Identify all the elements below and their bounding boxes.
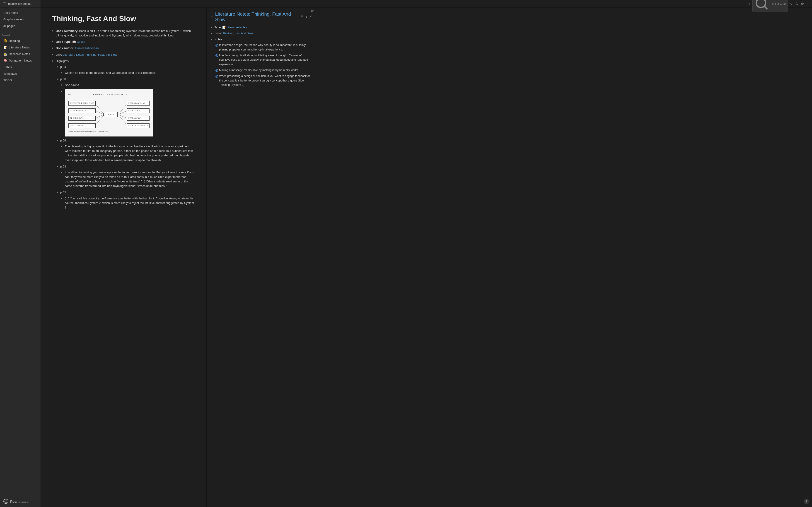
shortcut-permanent-notes[interactable]: 🧠Permanent Notes (0, 57, 41, 64)
shortcut-templates[interactable]: Templates (0, 70, 41, 77)
link-author[interactable]: Daniel Kahneman (75, 46, 99, 50)
filter-icon[interactable] (790, 2, 793, 5)
note-item[interactable]: Making a message memorable by making it … (214, 68, 312, 72)
collapse-toggle-icon[interactable]: − (211, 15, 213, 19)
link-books[interactable]: Books (77, 40, 85, 44)
star-icon[interactable] (801, 2, 804, 5)
svg-line-14 (119, 115, 126, 118)
brand-footer[interactable]: RoamRESEARCH (0, 496, 41, 507)
link-book-page[interactable]: Thinking, Fast And Slow (222, 32, 253, 35)
workspace-name[interactable]: roam@xavierbert... (8, 2, 32, 5)
block-author[interactable]: Book Author: Daniel Kahneman (52, 46, 195, 51)
reference-count: 1 (306, 15, 307, 18)
block-p56[interactable]: p 56 The cleansing is highly specific to… (56, 138, 195, 163)
block-summary[interactable]: Book Summary: Book is built up around tw… (52, 29, 195, 38)
menu-icon[interactable] (3, 2, 6, 5)
svg-line-8 (96, 105, 104, 114)
memo-icon: 📝 (222, 26, 226, 29)
starred-section-label: Starred (0, 31, 41, 38)
emoji-scientist-icon: 🧑‍🔬 (3, 52, 7, 56)
emoji-memo-icon: 📝 (3, 46, 7, 49)
right-block-notes[interactable]: Notes In interface design, the reason wh… (211, 37, 312, 88)
page-title[interactable]: Thinking, Fast And Slow (52, 14, 195, 23)
block-p63[interactable]: p 63 In addition to making your message … (56, 164, 195, 188)
right-block-type[interactable]: Type: 📝 Literature Notes (211, 25, 312, 30)
block-highlights[interactable]: Highlights p 24 we can be blind to the o… (52, 59, 195, 210)
topbar (41, 0, 812, 8)
more-icon[interactable] (806, 2, 809, 5)
sync-status-icon (749, 3, 750, 5)
svg-point-6 (807, 3, 808, 4)
block-type[interactable]: Book Type: 📖 Books (52, 40, 195, 44)
svg-line-9 (96, 111, 104, 114)
filter-icon[interactable] (301, 15, 303, 18)
block-p65[interactable]: p 65 (...) You read this correctly: perf… (56, 190, 195, 210)
emoji-nerd-icon: 🤓 (3, 39, 7, 43)
book-icon: 📖 (72, 40, 76, 44)
block-graph-image[interactable]: 60THINKING, FAST AND SLOW REPEATED EXPER… (60, 89, 195, 136)
right-sidebar: − Literature Notes: Thinking, Fast And S… (206, 8, 316, 507)
roam-logo-icon (3, 499, 8, 504)
svg-point-5 (806, 3, 807, 4)
block-p24[interactable]: p 24 we can be blind to the obvious, and… (56, 65, 195, 75)
left-sidebar: roam@xavierbert... Daily notes Graph ove… (0, 0, 41, 507)
shortcut-habits[interactable]: Habits (0, 64, 41, 70)
block-see-graph[interactable]: See Graph (60, 83, 195, 88)
main-page[interactable]: Thinking, Fast And Slow Book Summary: Bo… (41, 8, 206, 507)
block-p63-text[interactable]: In addition to making your message simpl… (60, 170, 195, 188)
block-p56-text[interactable]: The cleansing is highly specific to the … (60, 144, 195, 163)
link-litnotes[interactable]: Literature Notes: Thinking, Fast And Slo… (63, 53, 117, 56)
svg-line-15 (119, 115, 126, 124)
link-literature-notes[interactable]: Literature Notes (227, 26, 247, 29)
svg-line-10 (96, 115, 104, 118)
right-page-title[interactable]: Literature Notes: Thinking, Fast And Slo… (215, 11, 299, 22)
svg-line-13 (119, 111, 126, 114)
shortcut-literature-notes[interactable]: 📝Literature Notes (0, 44, 41, 51)
note-item[interactable]: In interface design, the reason why beau… (214, 43, 312, 52)
svg-point-0 (756, 0, 766, 7)
shortcut-reading[interactable]: 🤓Reading (0, 38, 41, 44)
nav-daily-notes[interactable]: Daily notes (0, 9, 41, 16)
block-p24-text[interactable]: we can be blind to the obvious, and we a… (60, 71, 195, 75)
svg-line-11 (96, 115, 104, 124)
graph-fork-icon[interactable] (795, 2, 798, 5)
close-icon[interactable] (309, 15, 312, 18)
note-item[interactable]: Interface design is all about facilitati… (214, 53, 312, 66)
emoji-brain-icon: 🧠 (3, 59, 7, 62)
help-button[interactable]: ? (804, 499, 809, 504)
note-item[interactable]: When presenting a design or solution, if… (214, 74, 312, 87)
nav-all-pages[interactable]: all pages (0, 23, 41, 29)
shortcut-research-notes[interactable]: 🧑‍🔬Research Notes (0, 51, 41, 57)
svg-point-7 (808, 3, 809, 4)
nav-graph-overview[interactable]: Graph overview (0, 16, 41, 23)
block-link[interactable]: Link: Literature Notes: Thinking, Fast A… (52, 53, 195, 57)
block-p60[interactable]: p 60 See Graph 60THINKING, FAST AND SLOW (56, 77, 195, 136)
collapse-sidebar-icon[interactable] (311, 9, 314, 13)
svg-point-2 (797, 2, 797, 3)
svg-line-12 (119, 105, 126, 114)
search-input[interactable] (771, 2, 786, 5)
right-block-book[interactable]: Book: Thinking, Fast And Slow (211, 31, 312, 36)
shortcut-todo[interactable]: TODO (0, 77, 41, 83)
block-p65-text[interactable]: (...) You read this correctly: performan… (60, 196, 195, 210)
embedded-image: 60THINKING, FAST AND SLOW REPEATED EXPER… (65, 89, 153, 136)
